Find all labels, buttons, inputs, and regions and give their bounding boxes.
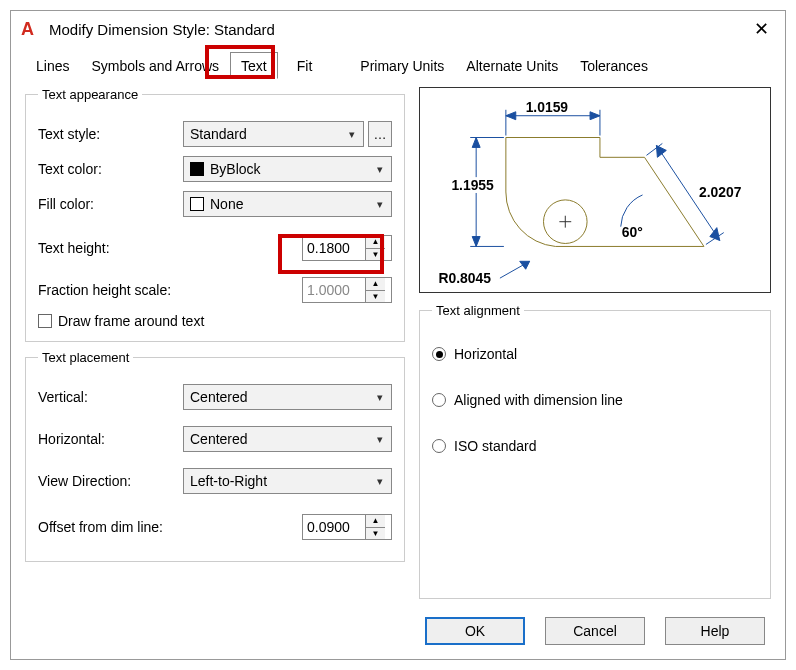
arrow-up-icon: ▲ [366, 278, 385, 291]
label-horizontal: Horizontal: [38, 431, 183, 447]
legend-alignment: Text alignment [432, 303, 524, 318]
tab-alternate-units[interactable]: Alternate Units [455, 52, 569, 79]
label-view-direction: View Direction: [38, 473, 183, 489]
chevron-down-icon: ▾ [375, 433, 385, 446]
radio-icon[interactable] [432, 393, 446, 407]
group-text-placement: Text placement Vertical: Centered ▾ Hori… [25, 350, 405, 562]
app-icon: A [21, 19, 41, 39]
spinner-fraction-height: ▲▼ [302, 277, 392, 303]
spinner-arrows[interactable]: ▲▼ [365, 236, 385, 260]
radio-horizontal[interactable]: Horizontal [432, 346, 758, 362]
text-style-browse-button[interactable]: … [368, 121, 392, 147]
label-align-iso: ISO standard [454, 438, 537, 454]
tab-symbols-arrows[interactable]: Symbols and Arrows [80, 52, 230, 79]
legend-appearance: Text appearance [38, 87, 142, 102]
arrow-down-icon: ▼ [366, 291, 385, 303]
spinner-offset[interactable]: ▲▼ [302, 514, 392, 540]
group-text-appearance: Text appearance Text style: Standard ▾ …… [25, 87, 405, 342]
combo-fill-color[interactable]: None ▾ [183, 191, 392, 217]
tab-spacer [323, 52, 349, 79]
label-text-style: Text style: [38, 126, 183, 142]
chevron-down-icon: ▾ [375, 163, 385, 176]
arrow-up-icon[interactable]: ▲ [366, 515, 385, 528]
label-fraction-height: Fraction height scale: [38, 282, 208, 298]
input-offset[interactable] [303, 515, 365, 539]
label-text-height: Text height: [38, 240, 183, 256]
label-text-color: Text color: [38, 161, 183, 177]
spinner-text-height[interactable]: ▲▼ [302, 235, 392, 261]
window-title: Modify Dimension Style: Standard [49, 21, 748, 38]
combo-text-color[interactable]: ByBlock ▾ [183, 156, 392, 182]
dimension-preview: 1.0159 1.1955 2.0207 60° R0.8045 [419, 87, 771, 293]
arrow-down-icon[interactable]: ▼ [366, 249, 385, 261]
tab-primary-units[interactable]: Primary Units [349, 52, 455, 79]
tab-tolerances[interactable]: Tolerances [569, 52, 659, 79]
svg-marker-16 [656, 145, 666, 157]
input-fraction-height [303, 278, 365, 302]
combo-vertical[interactable]: Centered ▾ [183, 384, 392, 410]
input-text-height[interactable] [303, 236, 365, 260]
arrow-down-icon[interactable]: ▼ [366, 528, 385, 540]
radio-icon[interactable] [432, 439, 446, 453]
label-draw-frame: Draw frame around text [58, 313, 204, 329]
label-offset: Offset from dim line: [38, 519, 208, 535]
svg-marker-11 [472, 138, 480, 148]
chevron-down-icon: ▾ [375, 391, 385, 404]
dimension-style-dialog: A Modify Dimension Style: Standard ✕ Lin… [10, 10, 786, 660]
right-column: 1.0159 1.1955 2.0207 60° R0.8045 Text al… [419, 87, 771, 599]
svg-text:1.0159: 1.0159 [526, 99, 569, 115]
ok-button[interactable]: OK [425, 617, 525, 645]
tab-text[interactable]: Text [230, 52, 278, 79]
spinner-arrows: ▲▼ [365, 278, 385, 302]
combo-horizontal[interactable]: Centered ▾ [183, 426, 392, 452]
radio-icon[interactable] [432, 347, 446, 361]
chevron-down-icon: ▾ [375, 475, 385, 488]
svg-marker-17 [710, 228, 720, 241]
dialog-buttons: OK Cancel Help [11, 607, 785, 659]
close-icon[interactable]: ✕ [748, 20, 775, 38]
svg-marker-19 [520, 261, 530, 269]
combo-view-direction[interactable]: Left-to-Right ▾ [183, 468, 392, 494]
group-text-alignment: Text alignment Horizontal Aligned with d… [419, 303, 771, 599]
checkbox-draw-frame[interactable]: Draw frame around text [38, 313, 392, 329]
arrow-up-icon[interactable]: ▲ [366, 236, 385, 249]
label-vertical: Vertical: [38, 389, 183, 405]
color-swatch-byblock [190, 162, 204, 176]
label-align-aligned: Aligned with dimension line [454, 392, 623, 408]
svg-text:60°: 60° [622, 224, 643, 240]
chevron-down-icon: ▾ [347, 128, 357, 141]
svg-text:2.0207: 2.0207 [699, 184, 742, 200]
radio-aligned[interactable]: Aligned with dimension line [432, 392, 758, 408]
legend-placement: Text placement [38, 350, 133, 365]
tab-lines[interactable]: Lines [25, 52, 80, 79]
cancel-button[interactable]: Cancel [545, 617, 645, 645]
label-fill-color: Fill color: [38, 196, 183, 212]
label-align-horizontal: Horizontal [454, 346, 517, 362]
color-swatch-none [190, 197, 204, 211]
svg-marker-7 [590, 112, 600, 120]
checkbox-icon[interactable] [38, 314, 52, 328]
chevron-down-icon: ▾ [375, 198, 385, 211]
svg-text:1.1955: 1.1955 [451, 177, 494, 193]
combo-text-style[interactable]: Standard ▾ [183, 121, 364, 147]
svg-text:R0.8045: R0.8045 [439, 270, 492, 286]
svg-marker-12 [472, 237, 480, 247]
svg-marker-6 [506, 112, 516, 120]
left-column: Text appearance Text style: Standard ▾ …… [25, 87, 405, 599]
tab-fit[interactable]: Fit [278, 52, 324, 79]
help-button[interactable]: Help [665, 617, 765, 645]
spinner-arrows[interactable]: ▲▼ [365, 515, 385, 539]
titlebar: A Modify Dimension Style: Standard ✕ [11, 11, 785, 47]
radio-iso[interactable]: ISO standard [432, 438, 758, 454]
tab-bar: Lines Symbols and Arrows Text Fit Primar… [11, 47, 785, 79]
